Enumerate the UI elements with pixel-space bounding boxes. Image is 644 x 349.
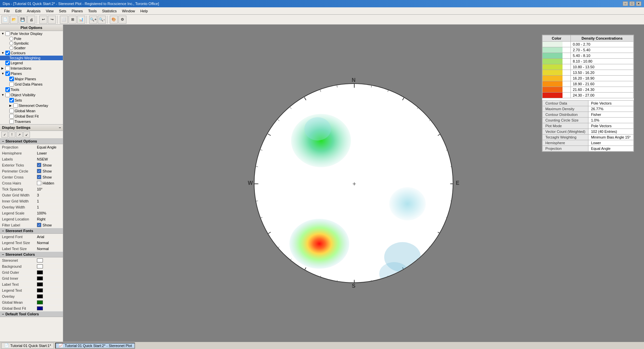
zoom-in-button[interactable]: 🔍+ xyxy=(89,16,97,24)
color-swatch-3[interactable] xyxy=(37,276,43,280)
expand-icon-8: ▶ xyxy=(9,104,13,107)
settings-color-3: Grid Inner xyxy=(0,275,63,281)
ds-confirm-btn[interactable]: ✓ xyxy=(1,132,8,138)
close-button[interactable]: ✕ xyxy=(636,1,641,6)
global-mean-checkbox[interactable] xyxy=(9,109,14,113)
major-planes-checkbox[interactable] xyxy=(9,77,14,81)
info-body: Contour Data Pole Vectors Maximum Densit… xyxy=(543,100,634,151)
tree-legend[interactable]: Legend xyxy=(0,60,63,66)
color-swatch-0[interactable] xyxy=(37,258,43,262)
center-cross-checkbox[interactable] xyxy=(37,175,41,179)
view1-button[interactable]: ⬜ xyxy=(60,16,68,24)
tree-sets[interactable]: Sets xyxy=(0,98,63,103)
tree-global-best-fit[interactable]: Global Best Fit xyxy=(0,114,63,119)
new-button[interactable]: 📄 xyxy=(1,16,9,24)
tree-pole[interactable]: Pole xyxy=(0,36,63,41)
color-swatch-7[interactable] xyxy=(37,300,43,304)
redo-button[interactable]: ↪ xyxy=(48,16,56,24)
pole-radio[interactable] xyxy=(9,37,13,41)
scatter-radio[interactable] xyxy=(9,46,13,50)
grid-data-planes-checkbox[interactable] xyxy=(9,82,14,87)
minimize-button[interactable]: – xyxy=(623,1,628,6)
contours-checkbox[interactable] xyxy=(5,51,10,55)
color-swatch-5[interactable] xyxy=(37,288,43,292)
menu-window[interactable]: Window xyxy=(119,8,138,14)
tree-scatter[interactable]: Scatter xyxy=(0,46,63,50)
open-button[interactable]: 📂 xyxy=(10,16,18,24)
menu-planes[interactable]: Planes xyxy=(69,8,85,14)
sets-checkbox[interactable] xyxy=(9,98,14,103)
intersections-checkbox[interactable] xyxy=(5,66,10,71)
info-row-4: Plot Mode Pole Vectors xyxy=(543,123,634,129)
tree-stereonet-overlay[interactable]: ▶ Stereonet Overlay xyxy=(0,103,63,108)
taskbar-tab1[interactable]: 📄 Tutorial 01 Quick Start:1* xyxy=(1,343,54,349)
filter-label-checkbox[interactable] xyxy=(37,223,41,227)
color-swatch-1[interactable] xyxy=(37,264,43,268)
traverses-checkbox[interactable] xyxy=(9,119,14,124)
stereonet-overlay-checkbox[interactable] xyxy=(13,103,18,108)
tools-checkbox[interactable] xyxy=(5,87,10,92)
legend-checkbox[interactable] xyxy=(5,61,10,65)
cross-hairs-checkbox[interactable] xyxy=(37,181,41,185)
view2-button[interactable]: ⊞ xyxy=(69,16,77,24)
ext-ticks-checkbox[interactable] xyxy=(37,163,41,167)
tree-traverses[interactable]: Traverses xyxy=(0,119,63,124)
settings-perimeter-circle: Perimeter Circle Show xyxy=(0,168,63,174)
tree-planes[interactable]: ▼ Planes xyxy=(0,71,63,76)
tree-symbolic[interactable]: Symbolic xyxy=(0,41,63,46)
global-best-fit-checkbox[interactable] xyxy=(9,114,14,119)
undo-button[interactable]: ↩ xyxy=(39,16,47,24)
view3-button[interactable]: 📊 xyxy=(77,16,85,24)
svg-line-24 xyxy=(268,232,271,234)
scatter-label: Scatter xyxy=(14,46,26,50)
menu-view[interactable]: View xyxy=(43,8,57,14)
color-button[interactable]: 🎨 xyxy=(110,16,118,24)
symbolic-label: Symbolic xyxy=(14,41,29,45)
menu-help[interactable]: Help xyxy=(138,8,151,14)
tree-major-planes[interactable]: Major Planes xyxy=(0,76,63,82)
pole-vector-checkbox[interactable] xyxy=(5,31,10,36)
planes-checkbox[interactable] xyxy=(5,71,10,76)
save-button[interactable]: 💾 xyxy=(19,16,27,24)
menu-sets[interactable]: Sets xyxy=(56,8,69,14)
settings-filter-label: Filter Label Show xyxy=(0,222,63,228)
zoom-out-button[interactable]: 🔍- xyxy=(98,16,106,24)
ds-up-btn[interactable]: ↗ xyxy=(16,132,23,138)
settings-legend-scale: Legend Scale 100% xyxy=(0,210,63,216)
settings-color-8: Global Best Fit xyxy=(0,305,63,311)
print-button[interactable]: 🖨 xyxy=(27,16,35,24)
settings-button[interactable]: ⚙ xyxy=(118,16,126,24)
settings-label-text-size: Label Text Size Normal xyxy=(0,246,63,252)
menu-edit[interactable]: Edit xyxy=(13,8,24,14)
settings-overlay-width: Overlay Width 1 xyxy=(0,204,63,210)
color-swatch-6[interactable] xyxy=(37,294,43,298)
legend-row-5: 13.50 - 16.20 xyxy=(543,70,634,76)
perimeter-checkbox[interactable] xyxy=(37,169,41,173)
maximize-button[interactable]: □ xyxy=(629,1,635,6)
menu-analysis[interactable]: Analysis xyxy=(24,8,43,14)
taskbar-tab2[interactable]: 📈 Tutorial 01 Quick Start:2* - Stereonet… xyxy=(55,343,135,349)
color-swatch-2[interactable] xyxy=(37,270,43,274)
object-visibility-checkbox[interactable] xyxy=(5,93,10,97)
tree-contours[interactable]: ▼ Contours xyxy=(0,50,63,56)
menu-statistics[interactable]: Statistics xyxy=(99,8,119,14)
settings-labels: Labels NSEW xyxy=(0,156,63,162)
legend-label: Legend xyxy=(11,61,23,65)
color-swatch-4[interactable] xyxy=(37,282,43,286)
tree-object-visibility[interactable]: ▼ Object Visibility xyxy=(0,92,63,98)
default-tool-colors-header: – Default Tool Colors xyxy=(0,311,63,317)
svg-line-7 xyxy=(446,150,448,150)
tree-pole-vector-display[interactable]: ▼ Pole Vector Display xyxy=(0,31,63,36)
tree-intersections[interactable]: ▶ Intersections xyxy=(0,66,63,71)
tree-terzaghi[interactable]: Terzaghi Weighting xyxy=(0,56,63,60)
tree-grid-data-planes[interactable]: Grid Data Planes xyxy=(0,82,63,87)
menu-file[interactable]: File xyxy=(1,8,13,14)
symbolic-radio[interactable] xyxy=(9,41,13,45)
tree-global-mean[interactable]: Global Mean xyxy=(0,108,63,114)
ds-info-btn[interactable]: ! xyxy=(9,132,15,138)
ds-down-btn[interactable]: ↙ xyxy=(23,132,30,138)
title-bar: Dips - [Tutorial 01 Quick Start:2* - Ste… xyxy=(0,0,644,7)
color-swatch-8[interactable] xyxy=(37,306,43,310)
tree-tools[interactable]: Tools xyxy=(0,87,63,92)
menu-tools[interactable]: Tools xyxy=(85,8,99,14)
